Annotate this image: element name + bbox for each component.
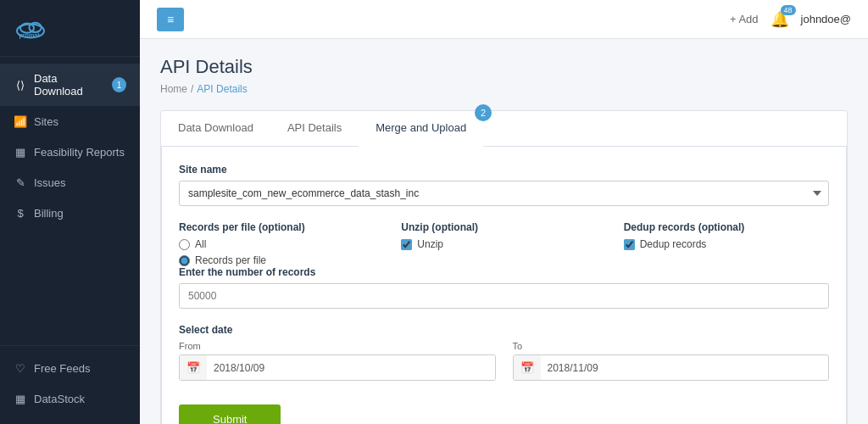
main-content: ≡ + Add 🔔 48 johndoe@ API Details Home /…	[140, 0, 868, 424]
sidebar: promat ⟨⟩ Data Download 1 📶 Sites ▦ Feas…	[0, 0, 140, 424]
chart-icon: 📶	[14, 114, 27, 128]
records-label: Records per file (optional)	[179, 221, 384, 233]
to-label: To	[513, 341, 830, 351]
unzip-checkbox[interactable]	[401, 239, 412, 250]
heart-icon: ♡	[14, 361, 27, 375]
date-from-input[interactable]	[207, 356, 495, 380]
dollar-icon: $	[14, 206, 27, 220]
breadcrumb-current: API Details	[197, 83, 247, 95]
radio-all-label: All	[195, 238, 206, 250]
notification-button[interactable]: 🔔 48	[771, 10, 789, 29]
hamburger-icon: ≡	[167, 13, 174, 26]
sidebar-item-label: Data Download	[34, 72, 105, 98]
form-area: Site name samplesite_com_new_ecommerce_d…	[161, 147, 847, 424]
dedup-checkbox[interactable]	[624, 239, 635, 250]
breadcrumb-home[interactable]: Home	[160, 83, 187, 95]
user-label: johndoe@	[801, 13, 851, 25]
tab-merge-upload[interactable]: Merge and Upload 2	[359, 111, 483, 147]
sidebar-nav: ⟨⟩ Data Download 1 📶 Sites ▦ Feasibility…	[0, 57, 140, 345]
site-name-label: Site name	[179, 164, 829, 176]
calendar-from-button[interactable]: 📅	[180, 355, 207, 380]
breadcrumb: Home / API Details	[160, 83, 848, 95]
records-count-label: Enter the number of records	[179, 266, 829, 278]
menu-button[interactable]: ≡	[157, 8, 184, 31]
sidebar-bottom: ♡ Free Feeds ▦ DataStock	[0, 345, 140, 424]
date-label: Select date	[179, 324, 829, 336]
radio-all-item[interactable]: All	[179, 238, 384, 250]
records-count-input[interactable]	[179, 283, 829, 309]
breadcrumb-separator: /	[191, 83, 193, 95]
site-name-group: Site name samplesite_com_new_ecommerce_d…	[179, 164, 829, 206]
sidebar-item-feasibility-reports[interactable]: ▦ Feasibility Reports	[0, 137, 140, 167]
date-to-wrap: 📅	[513, 354, 830, 381]
tabs: Data Download API Details Merge and Uplo…	[161, 111, 847, 147]
sidebar-item-issues[interactable]: ✎ Issues	[0, 167, 140, 198]
from-label: From	[179, 341, 496, 351]
svg-text:promat: promat	[19, 31, 40, 39]
unzip-col: Unzip (optional) Unzip	[401, 221, 606, 266]
tab-api-details[interactable]: API Details	[270, 111, 359, 146]
date-row: From 📅 To 📅	[179, 341, 829, 381]
topbar-right: + Add 🔔 48 johndoe@	[730, 10, 851, 29]
sidebar-item-data-download[interactable]: ⟨⟩ Data Download 1	[0, 64, 140, 106]
sidebar-item-label: Issues	[34, 176, 66, 189]
radio-records-per-file[interactable]	[179, 255, 190, 266]
date-to-col: To 📅	[513, 341, 830, 381]
date-to-input[interactable]	[541, 356, 829, 380]
tabs-container: Data Download API Details Merge and Uplo…	[160, 110, 848, 424]
records-count-group: Enter the number of records	[179, 266, 829, 309]
dedup-col: Dedup records (optional) Dedup records	[624, 221, 829, 266]
sidebar-item-billing[interactable]: $ Billing	[0, 198, 140, 228]
sidebar-item-label: Billing	[34, 207, 64, 220]
sidebar-item-free-feeds[interactable]: ♡ Free Feeds	[0, 353, 140, 383]
tab-label: API Details	[287, 121, 342, 134]
unzip-checkbox-item[interactable]: Unzip	[401, 238, 606, 250]
submit-button[interactable]: Submit	[179, 404, 281, 424]
code-icon: ⟨⟩	[14, 78, 27, 92]
records-col: Records per file (optional) All Records …	[179, 221, 384, 266]
tab-label: Merge and Upload	[376, 121, 466, 134]
calendar-to-button[interactable]: 📅	[514, 355, 541, 380]
notification-count: 48	[781, 5, 796, 15]
date-from-col: From 📅	[179, 341, 496, 381]
page-content-area: API Details Home / API Details Data Down…	[140, 39, 868, 424]
dedup-checkbox-label: Dedup records	[640, 238, 707, 250]
add-button[interactable]: + Add	[730, 13, 759, 25]
radio-records-label: Records per file	[195, 254, 266, 266]
bar-chart-icon: ▦	[14, 145, 27, 159]
tab-data-download[interactable]: Data Download	[161, 111, 270, 146]
options-row: Records per file (optional) All Records …	[179, 221, 829, 266]
dedup-checkbox-item[interactable]: Dedup records	[624, 238, 829, 250]
sidebar-item-label: DataStock	[34, 393, 85, 405]
sidebar-item-label: Free Feeds	[34, 362, 90, 375]
sidebar-badge: 1	[112, 77, 126, 92]
site-name-select[interactable]: samplesite_com_new_ecommerce_data_stash_…	[179, 181, 829, 206]
date-group: Select date From 📅 To 📅	[179, 324, 829, 381]
sidebar-logo: promat	[0, 0, 140, 57]
sidebar-item-label: Feasibility Reports	[34, 146, 125, 159]
sidebar-item-sites[interactable]: 📶 Sites	[0, 106, 140, 137]
edit-icon: ✎	[14, 176, 27, 189]
tab-badge: 2	[475, 104, 492, 121]
grid-icon: ▦	[14, 392, 27, 405]
radio-group: All Records per file	[179, 238, 384, 266]
sidebar-item-datastock[interactable]: ▦ DataStock	[0, 383, 140, 414]
sidebar-item-label: Sites	[34, 115, 58, 128]
unzip-label: Unzip (optional)	[401, 221, 606, 233]
plus-icon: + Add	[730, 13, 759, 25]
radio-all[interactable]	[179, 239, 190, 250]
tab-label: Data Download	[178, 121, 253, 134]
date-from-wrap: 📅	[179, 354, 496, 381]
dedup-label: Dedup records (optional)	[624, 221, 829, 233]
unzip-checkbox-label: Unzip	[417, 238, 443, 250]
radio-records-item[interactable]: Records per file	[179, 254, 384, 266]
topbar: ≡ + Add 🔔 48 johndoe@	[140, 0, 868, 39]
page-title: API Details	[160, 56, 848, 78]
